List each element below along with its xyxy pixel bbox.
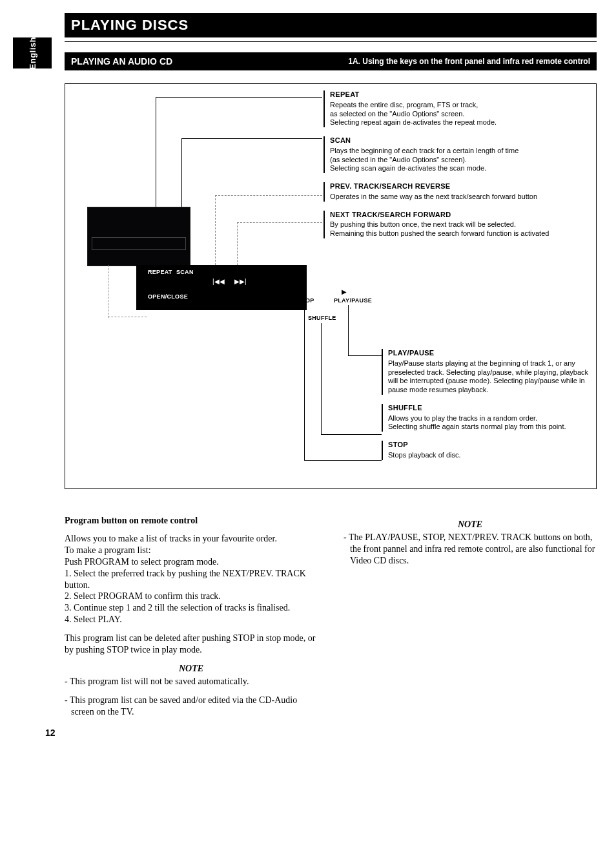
leader-line <box>181 138 322 139</box>
body-columns: Program button on remote control Allows … <box>65 515 597 725</box>
manual-page: English PLAYING DISCS PLAYING AN AUDIO C… <box>0 0 616 751</box>
left-col-p2: This program list can be deleted after p… <box>65 633 318 656</box>
callouts-lower: PLAY/PAUSE Play/Pause starts playing at … <box>382 349 590 469</box>
callout-body: Allows you to play the tracks in a rando… <box>388 414 590 432</box>
play-icon: ▶ <box>342 288 347 295</box>
section-subheading: 1A. Using the keys on the front panel an… <box>348 57 597 66</box>
callout-title: STOP <box>388 441 590 450</box>
leader-line <box>348 355 382 356</box>
language-label: English <box>28 37 37 69</box>
right-column: NOTE - The PLAY/PAUSE, STOP, NEXT/PREV. … <box>344 515 597 725</box>
section-heading: PLAYING AN AUDIO CD <box>65 56 172 67</box>
panel-label-openclose: OPEN/CLOSE <box>148 293 188 300</box>
leader-line <box>321 323 322 434</box>
note-heading: NOTE <box>344 519 597 530</box>
button-labels-row: ■ ▶ STOP PLAY/PAUSE SHUFFLE <box>265 286 427 337</box>
left-col-heading: Program button on remote control <box>65 515 318 527</box>
callout-repeat: REPEAT Repeats the entire disc, program,… <box>323 90 590 127</box>
page-number: 12 <box>45 728 56 738</box>
leader-line <box>304 305 305 460</box>
panel-label-stop: STOP <box>298 297 314 304</box>
control-diagram: REPEAT Repeats the entire disc, program,… <box>65 83 597 489</box>
note-heading: NOTE <box>65 663 318 675</box>
callout-body: Repeats the entire disc, program, FTS or… <box>330 101 590 127</box>
panel-label-scan: SCAN <box>176 269 194 275</box>
note-item: - This program list will not be saved au… <box>65 676 318 687</box>
callout-stop: STOP Stops playback of disc. <box>382 441 590 460</box>
leader-line <box>156 97 322 98</box>
callout-body: Stops playback of disc. <box>388 451 590 460</box>
section-bar: PLAYING AN AUDIO CD 1A. Using the keys o… <box>65 52 597 70</box>
left-column: Program button on remote control Allows … <box>65 515 318 725</box>
callout-title: REPEAT <box>330 90 590 100</box>
panel-label-playpause: PLAY/PAUSE <box>334 297 372 304</box>
left-col-p1: Allows you to make a list of tracks in y… <box>65 533 318 625</box>
next-icon: ▶▶| <box>234 278 247 285</box>
language-tab: English <box>13 37 52 68</box>
note-item: - This program list can be saved and/or … <box>65 695 318 718</box>
leader-line <box>108 265 108 318</box>
page-title: PLAYING DISCS <box>71 17 189 34</box>
callout-shuffle: SHUFFLE Allows you to play the tracks in… <box>382 404 590 432</box>
leader-line <box>108 317 147 317</box>
divider <box>65 41 597 42</box>
player-unit-icon <box>87 207 190 266</box>
note-item: - The PLAY/PAUSE, STOP, NEXT/PREV. TRACK… <box>344 532 597 567</box>
leader-line <box>304 460 382 461</box>
page-title-bar: PLAYING DISCS <box>65 13 597 37</box>
leader-line <box>321 434 382 435</box>
callout-body: Play/Pause starts playing at the beginni… <box>388 359 590 395</box>
stop-icon: ■ <box>303 288 307 295</box>
callout-playpause: PLAY/PAUSE Play/Pause starts playing at … <box>382 349 590 395</box>
panel-label-repeat: REPEAT <box>148 269 172 275</box>
leader-line <box>348 305 349 355</box>
callout-title: SHUFFLE <box>388 404 590 413</box>
panel-label-shuffle: SHUFFLE <box>308 315 336 321</box>
callout-title: PLAY/PAUSE <box>388 349 590 358</box>
prev-icon: |◀◀ <box>212 278 225 285</box>
